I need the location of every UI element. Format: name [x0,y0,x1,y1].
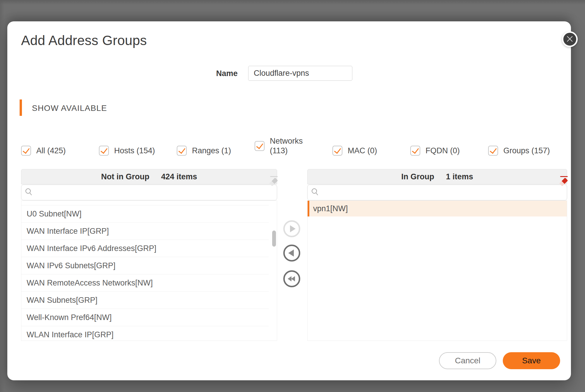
not-in-group-header: Not in Group 424 items [21,169,277,184]
list-item[interactable]: WAN Interface IP[GRP] [21,223,269,240]
move-all-left-button[interactable] [283,270,300,287]
checkbox-ranges[interactable] [177,146,187,156]
clear-right-list-button[interactable] [553,171,564,183]
not-in-group-list: U0 Subnet[NW] WAN Interface IP[GRP] WAN … [21,200,277,341]
page-backdrop: { "colors": { "accent": "#f5791f", "save… [0,0,585,392]
list-item[interactable]: Well-Known Pref64[NW] [21,309,269,326]
add-address-groups-dialog: Add Address Groups Name SHOW AVAILABLE A… [7,21,571,380]
filter-mac[interactable]: MAC (0) [332,146,410,156]
checkbox-hosts[interactable] [99,146,109,156]
name-input[interactable] [248,66,352,81]
checkbox-mac[interactable] [332,146,342,156]
checkbox-fqdn[interactable] [410,146,420,156]
list-item[interactable]: WAN RemoteAccess Networks[NW] [21,274,269,292]
filter-ranges[interactable]: Ranges (1) [177,146,255,156]
list-item[interactable]: WAN Subnets[GRP] [21,292,269,309]
name-label: Name [204,66,238,81]
move-left-button[interactable] [283,245,300,262]
selected-list-item[interactable]: vpn1[NW] [308,201,567,216]
clear-left-list-button[interactable] [263,171,274,183]
search-icon [25,188,33,197]
checkbox-groups[interactable] [488,146,498,156]
cancel-button[interactable]: Cancel [439,352,496,369]
search-icon [311,188,319,197]
filter-all-label: All (425) [36,146,66,156]
save-button[interactable]: Save [503,352,560,369]
filter-networks-label: Networks (113) [270,136,306,156]
list-item[interactable]: WLAN Interface IP[GRP] [21,326,269,341]
not-in-group-count: 424 items [161,172,197,181]
filter-fqdn[interactable]: FQDN (0) [410,146,488,156]
not-in-group-panel: Not in Group 424 items U0 Subnet[NW] W [21,169,277,341]
filter-groups-label: Groups (157) [503,146,550,156]
right-search-box [307,185,567,200]
in-group-header: In Group 1 items [307,169,567,184]
left-list-scrollbar[interactable] [272,231,276,247]
list-item[interactable]: WAN IPv6 Subnets[GRP] [21,257,269,274]
page-title: Add Address Groups [21,32,147,49]
checkbox-all[interactable] [21,146,31,156]
list-item[interactable]: U0 Subnet[NW] [21,205,269,223]
section-title: SHOW AVAILABLE [32,104,107,113]
filter-row: All (425) Hosts (154) Ranges (1) Network… [21,137,550,156]
close-icon [566,35,573,43]
list-item-partial [21,201,269,205]
double-arrow-left-icon [288,276,295,281]
filter-networks[interactable]: Networks (113) [255,136,332,156]
left-search-box [21,185,277,200]
section-accent-bar [20,99,22,116]
right-search-input[interactable] [322,186,563,199]
filter-hosts[interactable]: Hosts (154) [99,146,177,156]
list-item[interactable]: WAN Interface IPv6 Addresses[GRP] [21,240,269,257]
in-group-panel: In Group 1 items vpn1[NW] [307,169,567,341]
in-group-list: vpn1[NW] [307,200,567,341]
checkbox-networks[interactable] [255,141,265,151]
in-group-title: In Group [401,172,434,181]
filter-groups[interactable]: Groups (157) [488,146,550,156]
filter-hosts-label: Hosts (154) [114,146,155,156]
arrow-right-icon [290,225,296,232]
arrow-left-icon [288,250,294,257]
filter-fqdn-label: FQDN (0) [426,146,460,156]
left-search-input[interactable] [36,186,273,199]
in-group-count: 1 items [446,172,473,181]
not-in-group-title: Not in Group [101,172,149,181]
filter-ranges-label: Ranges (1) [192,146,231,156]
filter-mac-label: MAC (0) [348,146,377,156]
move-right-button[interactable] [283,220,300,237]
filter-all[interactable]: All (425) [21,146,99,156]
close-button[interactable] [562,31,578,47]
